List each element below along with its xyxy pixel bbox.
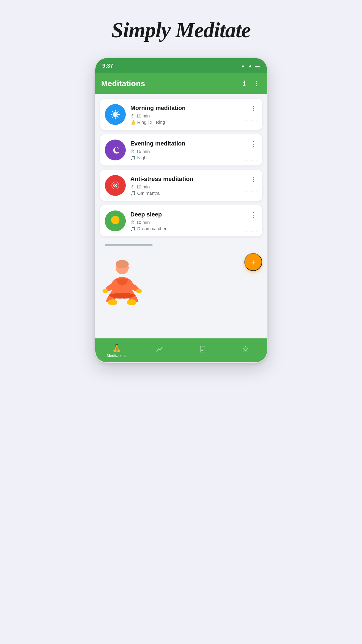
battery-icon: ▬ <box>255 63 260 69</box>
music-icon-2: 🎵 <box>130 191 136 196</box>
svg-point-17 <box>116 260 129 268</box>
sleep-duration: ⏱ 10 min <box>130 220 257 225</box>
meditation-card-antistress[interactable]: Anti-stress meditation ⏱ 10 min 🎵 Om man… <box>100 170 262 201</box>
nav-item-awards[interactable] <box>224 345 267 356</box>
app-bar-actions: ℹ ⋮ <box>242 78 261 89</box>
antistress-sound: 🎵 Om mantra <box>130 191 257 196</box>
sleep-icon <box>105 210 126 231</box>
svg-point-21 <box>102 289 108 293</box>
clock-icon-2: ⏱ <box>130 149 135 154</box>
evening-icon <box>105 140 126 160</box>
svg-point-11 <box>116 147 117 147</box>
meditation-card-morning[interactable]: Morning meditation ⏱ 10 min 🔔 Ring | x |… <box>100 99 262 130</box>
bottom-nav: 🧘 Meditations <box>95 338 267 362</box>
nav-item-stats[interactable] <box>138 345 181 356</box>
journal-nav-icon <box>199 345 206 355</box>
antistress-info: Anti-stress meditation ⏱ 10 min 🎵 Om man… <box>130 175 257 197</box>
svg-line-6 <box>117 117 118 117</box>
svg-point-20 <box>127 299 136 305</box>
svg-point-0 <box>113 112 118 117</box>
add-meditation-fab[interactable]: + <box>244 253 262 271</box>
phone-frame: 9:37 ▲ ▲ ▬ Meditations ℹ ⋮ <box>95 58 268 363</box>
meditation-figure <box>95 252 152 313</box>
awards-nav-icon <box>242 345 249 355</box>
svg-point-10 <box>118 148 119 149</box>
wifi-icon: ▲ <box>241 63 246 69</box>
sleep-drag-handle: ·· ·· ···· ·· ·· <box>245 225 258 233</box>
evening-name: Evening meditation <box>130 140 257 147</box>
svg-point-9 <box>117 147 118 148</box>
svg-line-5 <box>112 112 113 112</box>
evening-drag-handle: ·· ·· ···· ·· ·· <box>245 154 258 162</box>
more-options-button[interactable]: ⋮ <box>252 78 261 89</box>
morning-name: Morning meditation <box>130 105 257 112</box>
antistress-drag-handle: ·· ·· ···· ·· ·· <box>245 189 258 198</box>
hero-title: Simply Meditate <box>111 18 251 43</box>
add-icon: + <box>250 257 256 268</box>
svg-line-7 <box>117 112 118 112</box>
svg-point-15 <box>111 216 119 224</box>
svg-point-19 <box>108 299 117 305</box>
meditations-nav-label: Meditations <box>107 353 126 358</box>
music-icon-3: 🎵 <box>130 226 136 231</box>
antistress-more-button[interactable]: ⋮ <box>249 174 258 185</box>
evening-duration: ⏱ 15 min <box>130 149 257 154</box>
morning-info: Morning meditation ⏱ 10 min 🔔 Ring | x |… <box>130 104 257 126</box>
evening-sound: 🎵 Night <box>130 155 257 160</box>
sleep-name: Deep sleep <box>130 211 257 218</box>
sleep-info: Deep sleep ⏱ 10 min 🎵 Dream catcher <box>130 210 257 232</box>
scroll-indicator <box>105 244 153 246</box>
meditation-card-evening[interactable]: Evening meditation ⏱ 15 min 🎵 Night ⋮ ··… <box>100 134 262 165</box>
stats-nav-icon <box>156 345 164 355</box>
info-button[interactable]: ℹ <box>242 78 247 89</box>
signal-icon: ▲ <box>248 63 253 69</box>
nav-item-meditations[interactable]: 🧘 Meditations <box>95 344 138 358</box>
svg-point-13 <box>115 185 116 186</box>
sleep-sound: 🎵 Dream catcher <box>130 226 257 231</box>
antistress-name: Anti-stress meditation <box>130 176 257 182</box>
morning-sound: 🔔 Ring | x | Ring <box>130 120 257 125</box>
clock-icon-4: ⏱ <box>130 220 135 225</box>
bell-icon: 🔔 <box>130 120 136 125</box>
svg-line-8 <box>112 117 113 117</box>
app-bar-title: Meditations <box>101 79 145 88</box>
morning-duration: ⏱ 10 min <box>130 113 257 118</box>
app-bar: Meditations ℹ ⋮ <box>95 73 267 94</box>
morning-drag-handle: ·· ·· ···· ·· ·· <box>245 118 258 127</box>
status-icons: ▲ ▲ ▬ <box>241 63 260 69</box>
status-bar: 9:37 ▲ ▲ ▬ <box>95 58 267 73</box>
morning-more-button[interactable]: ⋮ <box>249 103 258 114</box>
clock-icon-3: ⏱ <box>130 185 135 189</box>
music-icon: 🎵 <box>130 155 136 160</box>
status-time: 9:37 <box>102 63 113 69</box>
svg-point-22 <box>136 289 142 293</box>
antistress-duration: ⏱ 10 min <box>130 184 257 189</box>
meditation-card-sleep[interactable]: Deep sleep ⏱ 10 min 🎵 Dream catcher ⋮ ··… <box>100 205 262 236</box>
clock-icon: ⏱ <box>130 114 135 118</box>
antistress-icon <box>105 175 126 196</box>
nav-item-journal[interactable] <box>181 345 224 356</box>
evening-more-button[interactable]: ⋮ <box>249 139 258 149</box>
meditations-nav-icon: 🧘 <box>112 344 121 352</box>
evening-info: Evening meditation ⏱ 15 min 🎵 Night <box>130 140 257 161</box>
morning-icon <box>105 104 126 125</box>
sleep-more-button[interactable]: ⋮ <box>249 210 258 220</box>
